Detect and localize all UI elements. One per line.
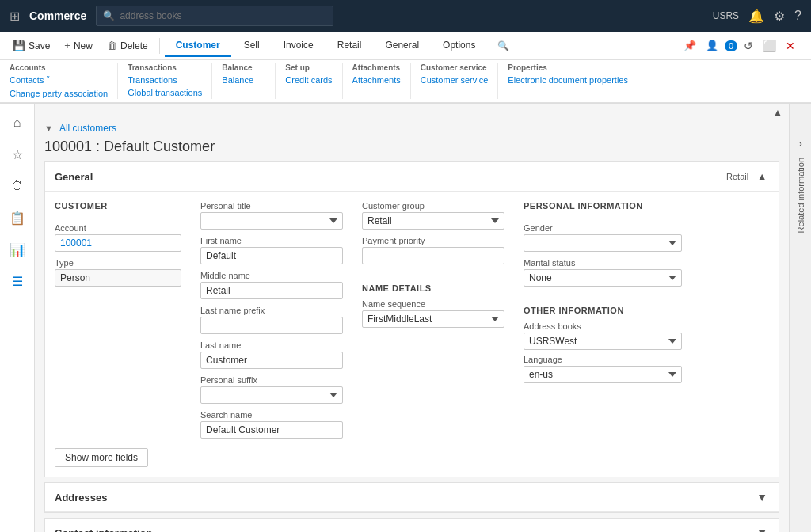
- account-field: Account: [55, 223, 181, 252]
- right-panel-collapse-button[interactable]: ›: [797, 135, 804, 151]
- gender-select[interactable]: [524, 234, 682, 252]
- account-input[interactable]: [55, 234, 181, 252]
- tab-customer[interactable]: Customer: [165, 35, 231, 57]
- customer-column: CUSTOMER Account Type Person: [55, 201, 181, 439]
- app-grid-icon[interactable]: ⊞: [10, 9, 20, 24]
- address-books-field: Address books USRSWest: [524, 321, 682, 350]
- personal-title-select[interactable]: [200, 212, 343, 230]
- middle-name-input[interactable]: [200, 282, 343, 299]
- payment-priority-label: Payment priority: [362, 236, 504, 245]
- new-button[interactable]: + New: [58, 36, 99, 55]
- customer-heading: CUSTOMER: [55, 201, 181, 211]
- tab-sell[interactable]: Sell: [233, 35, 271, 57]
- maximize-icon[interactable]: ⬜: [760, 38, 779, 54]
- addresses-collapse-button[interactable]: ▼: [755, 489, 769, 505]
- personal-suffix-label: Personal suffix: [200, 375, 343, 385]
- customer-service-link[interactable]: Customer service: [421, 74, 489, 86]
- marital-status-select[interactable]: None: [524, 269, 682, 287]
- credit-cards-link[interactable]: Credit cards: [285, 74, 332, 86]
- tab-general[interactable]: General: [374, 35, 430, 57]
- first-name-field: First name: [200, 236, 343, 264]
- pin-icon[interactable]: 📌: [680, 38, 699, 53]
- filter-icon[interactable]: ▼: [44, 124, 53, 133]
- payment-priority-input[interactable]: [362, 247, 504, 264]
- tab-invoice[interactable]: Invoice: [272, 35, 325, 57]
- user-label: USRS: [713, 10, 739, 21]
- search-box[interactable]: 🔍: [96, 6, 333, 26]
- middle-name-field: Middle name: [200, 271, 343, 299]
- search-icon: 🔍: [103, 10, 115, 21]
- general-section-right: Retail ▲: [726, 169, 769, 184]
- attachments-link[interactable]: Attachments: [352, 74, 401, 86]
- form-columns: CUSTOMER Account Type Person: [55, 201, 769, 439]
- help-icon[interactable]: ?: [794, 9, 801, 23]
- electronic-doc-link[interactable]: Electronic document properties: [508, 74, 628, 86]
- ribbon-search-button[interactable]: 🔍: [491, 37, 516, 55]
- ribbon: 💾 Save + New 🗑 Delete Customer Sell Invo…: [0, 32, 811, 104]
- sidebar-favorites-icon[interactable]: ☆: [5, 142, 30, 167]
- top-actions: USRS 🔔 ⚙ ?: [713, 9, 801, 24]
- global-transactions-link[interactable]: Global transactions: [128, 87, 202, 98]
- general-section-header[interactable]: General Retail ▲: [45, 162, 779, 192]
- language-label: Language: [524, 355, 682, 364]
- contact-section-title: Contact information: [55, 527, 153, 533]
- ribbon-toolbar: 💾 Save + New 🗑 Delete Customer Sell Invo…: [0, 32, 811, 60]
- tab-options[interactable]: Options: [432, 35, 486, 57]
- sidebar-workspaces-icon[interactable]: 📋: [5, 205, 30, 230]
- search-name-input[interactable]: [200, 421, 343, 439]
- user-icon[interactable]: 👤: [702, 38, 722, 53]
- last-name-input[interactable]: [200, 352, 343, 369]
- ribbon-right-icons: 📌 👤 0 ↺ ⬜ ✕: [680, 38, 805, 54]
- contact-section: Contact information ▼: [44, 518, 779, 532]
- change-party-link[interactable]: Change party association: [10, 88, 108, 99]
- contact-section-header[interactable]: Contact information ▼: [45, 519, 779, 532]
- name-column: Personal title First name Middle name: [200, 201, 343, 439]
- balance-link[interactable]: Balance: [222, 74, 253, 86]
- general-section-title: General: [55, 171, 93, 183]
- last-name-prefix-input[interactable]: [200, 317, 343, 334]
- language-select[interactable]: en-us: [524, 366, 682, 383]
- customer-group-label: Customer group: [362, 201, 504, 211]
- app-name: Commerce: [29, 10, 86, 22]
- header-area: ▼ All customers 100001 : Default Custome…: [35, 121, 789, 162]
- first-name-input[interactable]: [200, 247, 343, 264]
- show-more-fields-button[interactable]: Show more fields: [55, 448, 148, 467]
- content-top-controls: ▲: [35, 104, 789, 121]
- breadcrumb[interactable]: All customers: [59, 123, 116, 134]
- gender-label: Gender: [524, 223, 682, 233]
- address-books-select[interactable]: USRSWest: [524, 332, 682, 350]
- personal-suffix-select[interactable]: [200, 386, 343, 404]
- customer-group-select[interactable]: Retail: [362, 212, 504, 230]
- collapse-up-button[interactable]: ▲: [773, 107, 782, 118]
- save-button[interactable]: 💾 Save: [6, 36, 56, 55]
- ribbon-group-setup: Set up Credit cards: [276, 63, 342, 99]
- related-information-label[interactable]: Related information: [796, 158, 805, 233]
- sidebar-recent-icon[interactable]: ⏱: [5, 173, 30, 199]
- account-label: Account: [55, 223, 181, 233]
- sidebar-home-icon[interactable]: ⌂: [5, 110, 30, 135]
- notification-badge[interactable]: 0: [725, 40, 737, 51]
- ribbon-content: Accounts Contacts ˅ Change party associa…: [0, 60, 811, 103]
- notifications-icon[interactable]: 🔔: [748, 9, 764, 24]
- sidebar-menu-icon[interactable]: ☰: [5, 268, 30, 294]
- search-input[interactable]: [120, 10, 326, 21]
- contacts-link[interactable]: Contacts ˅: [10, 74, 108, 86]
- contact-collapse-button[interactable]: ▼: [755, 525, 769, 532]
- sidebar-modules-icon[interactable]: 📊: [5, 237, 30, 262]
- personal-info-column: PERSONAL INFORMATION Gender Marital stat…: [524, 201, 682, 439]
- marital-status-label: Marital status: [524, 258, 682, 268]
- content-area: ▲ ▼ All customers 100001 : Default Custo…: [35, 104, 789, 532]
- addresses-section-header[interactable]: Addresses ▼: [45, 483, 779, 512]
- middle-name-label: Middle name: [200, 271, 343, 280]
- tab-retail[interactable]: Retail: [326, 35, 373, 57]
- first-name-label: First name: [200, 236, 343, 245]
- name-sequence-select[interactable]: FirstMiddleLast: [362, 310, 504, 328]
- delete-button[interactable]: 🗑 Delete: [101, 36, 154, 55]
- transactions-link[interactable]: Transactions: [128, 74, 202, 86]
- general-collapse-button[interactable]: ▲: [755, 169, 769, 184]
- last-name-label: Last name: [200, 340, 343, 350]
- settings-icon[interactable]: ⚙: [774, 9, 785, 24]
- close-icon[interactable]: ✕: [782, 38, 798, 54]
- addresses-section: Addresses ▼: [44, 482, 779, 513]
- refresh-icon[interactable]: ↺: [741, 38, 756, 54]
